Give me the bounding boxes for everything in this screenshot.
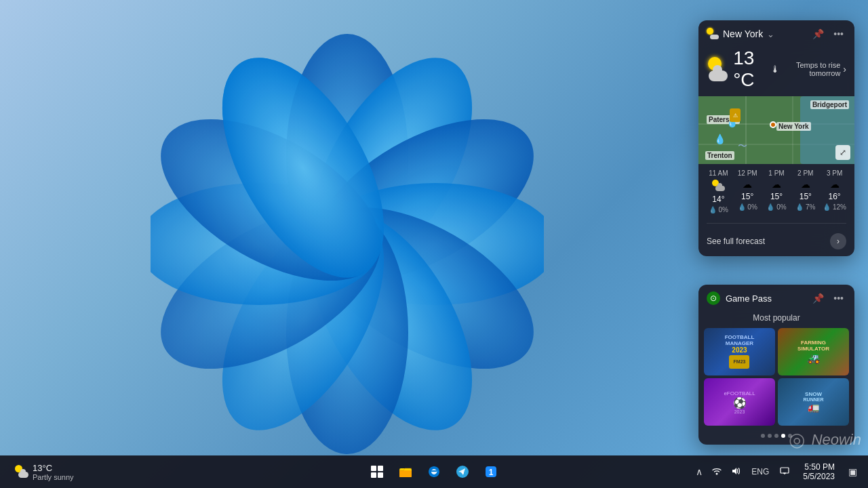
weather-widget-actions: 📌 •••	[810, 27, 846, 41]
weather-current: 13 °C	[707, 47, 770, 91]
svg-rect-13	[371, 466, 376, 471]
most-popular-label: Most popular	[698, 310, 854, 328]
hour-temp-3: 15°	[800, 192, 812, 201]
weather-title-area[interactable]: New York ⌄	[707, 28, 774, 40]
hour-precip-0: 💧 0%	[709, 206, 728, 214]
hour-icon-1: ☁	[743, 179, 752, 190]
hour-col-4: 3 PM ☁ 16° 💧 12%	[820, 169, 849, 214]
hour-time-2: 1 PM	[768, 169, 784, 177]
map-expand-button[interactable]: ⤢	[835, 145, 850, 160]
svg-point-10	[151, 183, 381, 305]
hour-temp-2: 15°	[770, 192, 783, 201]
current-weather-icon	[707, 56, 728, 83]
chevron-right-icon: ›	[843, 64, 846, 75]
volume-icon[interactable]	[728, 464, 743, 481]
weather-header: New York ⌄ 📌 •••	[698, 20, 854, 45]
map-background: Bridgeport Paterson New York 💧 💧 〜 Trent…	[698, 96, 854, 164]
svg-point-2	[277, 32, 505, 304]
svg-point-12	[189, 32, 417, 304]
system-tray-expand-button[interactable]: ∧	[693, 464, 705, 480]
svg-point-6	[277, 184, 505, 457]
svg-point-22	[716, 472, 718, 474]
see-forecast-label: See full forecast	[707, 237, 765, 246]
dot-1[interactable]	[761, 434, 765, 438]
taskbar-right: ∧ ENG	[693, 460, 860, 484]
svg-rect-14	[378, 466, 383, 471]
neowin-logo-icon: ◎	[789, 428, 805, 451]
gamepass-title-area: ⊙ Game Pass	[707, 291, 772, 305]
current-temperature: 13 °C	[733, 47, 770, 91]
svg-point-1	[286, 34, 408, 278]
neowin-logo-text: Neowin	[812, 431, 861, 449]
rain-icon-2: 💧	[714, 134, 726, 144]
svg-point-3	[288, 86, 544, 314]
telegram-button[interactable]	[450, 460, 475, 484]
hour-col-3: 2 PM ☁ 15° 💧 7%	[791, 169, 820, 214]
dot-3[interactable]	[774, 434, 778, 438]
network-icon[interactable]	[709, 464, 724, 481]
svg-point-0	[189, 32, 417, 304]
dot-2[interactable]	[768, 434, 772, 438]
forecast-note[interactable]: 🌡 Temps to rise tomorrow ›	[770, 61, 846, 77]
weather-city-name[interactable]: New York	[723, 28, 763, 39]
taskbar-condition: Partly sunny	[33, 473, 74, 481]
more-options-button[interactable]: •••	[831, 27, 846, 41]
chevron-down-icon[interactable]: ⌄	[767, 29, 774, 39]
taskbar-weather[interactable]: 13°C Partly sunny	[8, 460, 81, 484]
svg-rect-15	[371, 472, 376, 478]
dot-4[interactable]	[781, 434, 785, 438]
taskbar-weather-text: 13°C Partly sunny	[33, 463, 74, 481]
map-label-bridgeport: Bridgeport	[810, 100, 849, 109]
svg-point-8	[189, 184, 417, 457]
hour-icon-4: ☁	[830, 179, 840, 190]
pin-button[interactable]: 📌	[810, 27, 827, 41]
games-grid: FOOTBALL MANAGER 2023 FM23 FARMING SIMUL…	[698, 328, 854, 431]
see-full-forecast-button[interactable]: See full forecast ›	[698, 228, 854, 256]
hour-temp-0: 14°	[712, 195, 724, 204]
edge-button[interactable]	[422, 460, 446, 484]
forecast-divider	[707, 223, 846, 224]
hour-col-0: 11 AM 14° 💧 0%	[704, 169, 733, 214]
weather-main: 13 °C 🌡 Temps to rise tomorrow ›	[698, 45, 854, 96]
onepassword-button[interactable]: 1	[479, 460, 503, 484]
notification-center-button[interactable]: ▣	[846, 464, 860, 480]
svg-point-7	[286, 210, 408, 454]
hour-precip-3: 💧 7%	[795, 203, 815, 211]
system-clock[interactable]: 5:50 PM 5/5/2023	[797, 460, 840, 484]
svg-rect-23	[781, 468, 789, 473]
game-thumb-farming[interactable]: FARMING SIMULATOR 🚜	[778, 328, 849, 375]
game-thumb-snowrunner[interactable]: SNOW RUNNER 🚛	[778, 378, 849, 426]
language-indicator[interactable]: ENG	[749, 464, 772, 479]
hour-temp-4: 16°	[829, 192, 841, 201]
svg-rect-16	[378, 472, 383, 478]
map-marker-yellow: ⚠	[730, 108, 741, 122]
display-icon[interactable]	[777, 464, 792, 481]
gamepass-header: ⊙ Game Pass 📌 •••	[698, 285, 854, 310]
hour-time-0: 11 AM	[709, 169, 728, 177]
game-thumb-football-manager[interactable]: FOOTBALL MANAGER 2023 FM23	[704, 328, 775, 375]
weather-widget: New York ⌄ 📌 ••• 13 °C 🌡 Temps to rise t…	[698, 20, 854, 256]
gamepass-pin-button[interactable]: 📌	[810, 291, 827, 305]
hour-precip-1: 💧 0%	[738, 203, 757, 211]
file-explorer-button[interactable]	[393, 460, 418, 484]
hour-icon-3: ☁	[801, 179, 810, 190]
svg-point-9	[151, 174, 407, 402]
weather-map[interactable]: Bridgeport Paterson New York 💧 💧 〜 Trent…	[698, 96, 854, 164]
map-label-trenton: Trenton	[705, 151, 734, 160]
svg-text:1: 1	[489, 468, 494, 477]
hour-precip-4: 💧 12%	[823, 203, 846, 211]
map-label-newyork: New York	[776, 122, 811, 131]
gamepass-widget: ⊙ Game Pass 📌 ••• Most popular FOOTBALL …	[698, 285, 854, 445]
game-thumb-soccer[interactable]: eFOOTBALL ⚽ 2023	[704, 378, 775, 426]
hourly-times-row: 11 AM 14° 💧 0% 12 PM ☁ 15° 💧 0% 1 PM ☁ 1…	[704, 169, 849, 214]
gamepass-widget-actions: 📌 •••	[810, 291, 846, 305]
hour-time-3: 2 PM	[797, 169, 813, 177]
forecast-arrow-icon: ›	[830, 233, 846, 249]
hour-icon-0	[711, 179, 725, 192]
gamepass-more-button[interactable]: •••	[831, 291, 846, 305]
taskbar: 13°C Partly sunny	[0, 455, 868, 488]
start-button[interactable]	[365, 460, 389, 484]
svg-rect-18	[399, 470, 412, 477]
taskbar-weather-icon	[15, 465, 28, 479]
map-marker-newyork	[770, 121, 776, 128]
